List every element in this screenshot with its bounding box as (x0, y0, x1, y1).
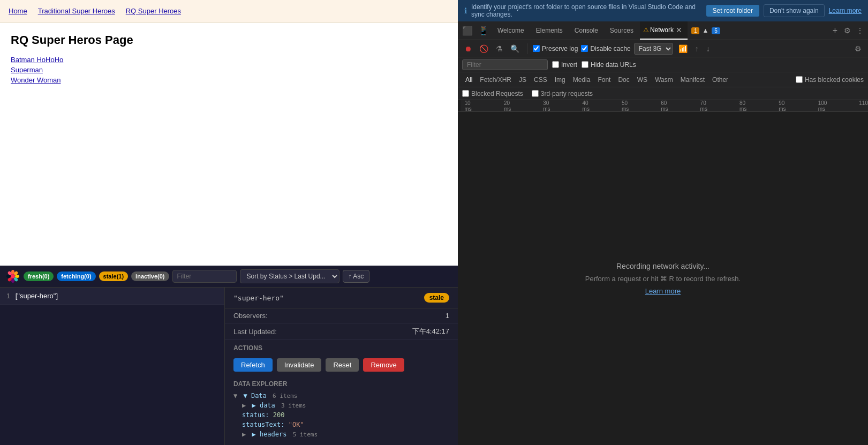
settings-icon[interactable]: ⚙ (852, 43, 864, 54)
rq-query-list: 1 ["super-hero"] (0, 288, 225, 445)
devtools-type-tabs: All Fetch/XHR JS CSS Img Media Font Doc … (458, 72, 868, 87)
nav-link-rq[interactable]: RQ Super Heroes (126, 7, 181, 15)
preserve-log-checkbox-label[interactable]: Preserve log (533, 45, 578, 52)
info-icon: ℹ (464, 6, 467, 15)
disable-cache-checkbox[interactable] (581, 45, 588, 52)
data-sub-arrow[interactable]: ▶ (242, 402, 246, 409)
page-area: Home Traditional Super Heroes RQ Super H… (0, 0, 458, 445)
type-tab-fetch-xhr[interactable]: Fetch/XHR (477, 75, 515, 85)
rq-sort-select[interactable]: Sort by Status > Last Upd... (240, 269, 339, 283)
info-badge: 5 (712, 27, 720, 34)
invert-checkbox-label[interactable]: Invert (552, 61, 577, 69)
third-party-checkbox[interactable] (532, 90, 539, 97)
svg-point-3 (15, 275, 19, 278)
svg-point-7 (6, 275, 11, 278)
tab-network[interactable]: ⚠ Network ✕ (640, 21, 688, 40)
devtools-toolbar-1: ⏺ 🚫 ⚗ 🔍 Preserve log Disable cache Fast … (458, 40, 868, 57)
svg-point-1 (11, 270, 14, 274)
invert-checkbox[interactable] (552, 61, 559, 68)
type-tab-wasm[interactable]: Wasm (652, 75, 676, 85)
tab-elements[interactable]: Elements (531, 21, 568, 40)
type-tab-js[interactable]: JS (516, 75, 530, 85)
tab-welcome[interactable]: Welcome (492, 21, 530, 40)
network-filter-input[interactable] (462, 59, 548, 70)
type-tab-css[interactable]: CSS (531, 75, 550, 85)
type-tab-doc[interactable]: Doc (615, 75, 632, 85)
devtools-filter-bar: Invert Hide data URLs (458, 57, 868, 72)
hide-data-urls-checkbox-label[interactable]: Hide data URLs (582, 61, 636, 69)
status-text-key: statusText: (242, 421, 284, 428)
download-icon[interactable]: ↓ (704, 43, 712, 54)
observers-label: Observers: (233, 312, 268, 320)
has-blocked-checkbox[interactable] (796, 76, 803, 83)
badge-fresh[interactable]: fresh(0) (24, 271, 54, 281)
mark-80ms: 80 ms (739, 100, 746, 112)
hide-data-urls-checkbox[interactable] (582, 61, 588, 68)
hero-link-superman[interactable]: Superman (11, 66, 447, 74)
rq-query-item[interactable]: 1 ["super-hero"] (0, 288, 224, 305)
type-tab-media[interactable]: Media (570, 75, 594, 85)
data-root-arrow[interactable]: ▼ (233, 392, 237, 399)
type-tab-ws[interactable]: WS (634, 75, 651, 85)
data-explorer-title: Data Explorer (233, 380, 449, 388)
mark-50ms: 50 ms (622, 100, 629, 112)
actions-section-title: Actions (225, 340, 458, 354)
mark-100ms: 100 ms (818, 100, 827, 112)
clear-button[interactable]: 🚫 (477, 43, 490, 54)
network-speed-select[interactable]: Fast 3G (634, 43, 673, 55)
hero-link-wonder-woman[interactable]: Wonder Woman (11, 76, 447, 84)
recording-learn-more-link[interactable]: Learn more (645, 287, 681, 295)
preserve-log-label: Preserve log (542, 45, 578, 52)
filter-icon-button[interactable]: ⚗ (494, 43, 505, 54)
warning-badge: 1 (691, 27, 700, 34)
badge-inactive[interactable]: inactive(0) (131, 271, 169, 281)
more-options-icon[interactable]: ⋮ (854, 25, 866, 36)
preserve-log-checkbox[interactable] (533, 45, 540, 52)
dock-icon[interactable]: ⚙ (842, 25, 853, 36)
nav-link-traditional[interactable]: Traditional Super Heroes (38, 7, 115, 15)
tab-sources[interactable]: Sources (605, 21, 639, 40)
dont-show-again-button[interactable]: Don't show again (764, 4, 825, 17)
type-tab-all[interactable]: All (462, 75, 475, 85)
search-button[interactable]: 🔍 (508, 43, 522, 54)
type-tab-font[interactable]: Font (594, 75, 614, 85)
headers-arrow[interactable]: ▶ (242, 431, 246, 438)
has-blocked-label: Has blocked cookies (805, 76, 864, 84)
rq-asc-button[interactable]: ↑ Asc (343, 270, 370, 283)
mark-30ms: 30 ms (543, 100, 550, 112)
rq-status-badge: stale (424, 293, 449, 303)
set-root-folder-button[interactable]: Set root folder (706, 5, 759, 17)
tab-badges: 1 ▲ 5 (690, 27, 720, 34)
rq-data-tree: ▼ ▼ Data 6 items ▶ ▶ data 3 items status… (233, 391, 449, 439)
rq-logo (5, 269, 20, 284)
badge-stale[interactable]: stale(1) (99, 271, 129, 281)
remove-button[interactable]: Remove (363, 358, 404, 372)
refetch-button[interactable]: Refetch (233, 358, 273, 372)
invalidate-button[interactable]: Invalidate (277, 358, 322, 372)
disable-cache-checkbox-label[interactable]: Disable cache (581, 45, 630, 52)
devtools-icon-btn-1[interactable]: ⬛ (460, 25, 475, 37)
mark-10ms: 10 ms (465, 100, 472, 112)
blocked-requests-label[interactable]: Blocked Requests (462, 90, 523, 97)
rq-devtools-panel: fresh(0) fetching(0) stale(1) inactive(0… (0, 266, 458, 445)
info-learn-more-link[interactable]: Learn more (829, 7, 862, 14)
nav-link-home[interactable]: Home (9, 7, 27, 15)
type-tab-img[interactable]: Img (552, 75, 569, 85)
reset-button[interactable]: Reset (326, 358, 359, 372)
add-tab-button[interactable]: + (829, 26, 841, 35)
timeline-labels: 10 ms 20 ms 30 ms 40 ms 50 ms 60 ms 70 m… (465, 100, 868, 112)
tab-network-close[interactable]: ✕ (674, 26, 684, 34)
type-tab-manifest[interactable]: Manifest (677, 75, 708, 85)
badge-fetching[interactable]: fetching(0) (57, 271, 95, 281)
invert-label: Invert (561, 61, 577, 69)
devtools-icon-btn-2[interactable]: 📱 (476, 25, 491, 37)
upload-icon[interactable]: ↑ (693, 43, 701, 54)
blocked-requests-checkbox[interactable] (462, 90, 469, 97)
rq-filter-input[interactable] (172, 270, 237, 283)
tab-console[interactable]: Console (569, 21, 603, 40)
record-button[interactable]: ⏺ (462, 43, 474, 54)
third-party-label[interactable]: 3rd-party requests (532, 90, 593, 97)
wifi-icon[interactable]: 📶 (676, 43, 690, 54)
hero-link-batman[interactable]: Batman HoHoHo (11, 56, 447, 64)
type-tab-other[interactable]: Other (709, 75, 731, 85)
